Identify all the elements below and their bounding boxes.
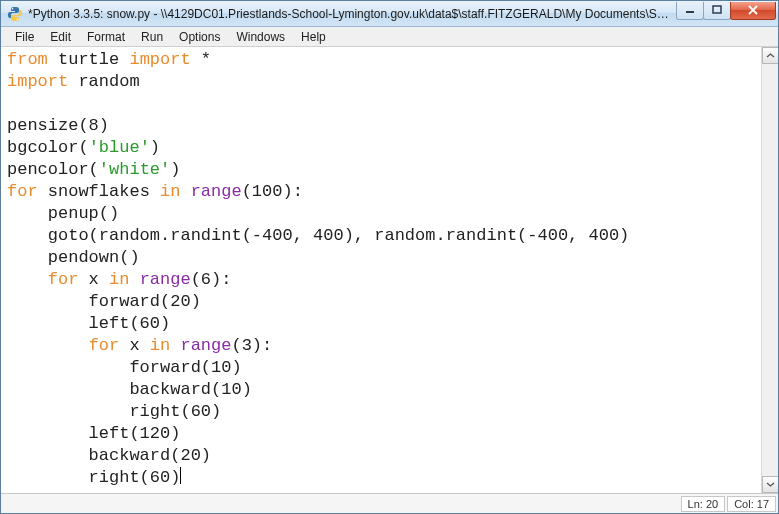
scroll-down-button[interactable] xyxy=(762,476,778,493)
window-controls xyxy=(677,2,776,22)
scroll-up-button[interactable] xyxy=(762,47,778,64)
python-icon xyxy=(7,6,23,22)
status-line: Ln: 20 xyxy=(681,496,726,512)
svg-rect-3 xyxy=(713,6,721,13)
maximize-button[interactable] xyxy=(703,2,731,20)
window-title: *Python 3.3.5: snow.py - \\4129DC01.Prie… xyxy=(28,7,677,21)
status-col: Col: 17 xyxy=(727,496,776,512)
minimize-icon xyxy=(685,5,695,15)
titlebar[interactable]: *Python 3.3.5: snow.py - \\4129DC01.Prie… xyxy=(1,1,778,27)
minimize-button[interactable] xyxy=(676,2,704,20)
svg-point-1 xyxy=(17,18,19,20)
idle-window: *Python 3.3.5: snow.py - \\4129DC01.Prie… xyxy=(0,0,779,514)
svg-point-0 xyxy=(12,8,14,10)
code-content[interactable]: from turtle import * import random pensi… xyxy=(1,47,778,491)
close-icon xyxy=(747,5,759,15)
menu-edit[interactable]: Edit xyxy=(42,28,79,46)
code-editor[interactable]: from turtle import * import random pensi… xyxy=(1,47,778,493)
vertical-scrollbar[interactable] xyxy=(761,47,778,493)
chevron-down-icon xyxy=(766,480,775,489)
menu-file[interactable]: File xyxy=(7,28,42,46)
chevron-up-icon xyxy=(766,51,775,60)
menu-windows[interactable]: Windows xyxy=(228,28,293,46)
menu-options[interactable]: Options xyxy=(171,28,228,46)
menubar: File Edit Format Run Options Windows Hel… xyxy=(1,27,778,47)
scrollbar-track[interactable] xyxy=(762,64,778,476)
menu-format[interactable]: Format xyxy=(79,28,133,46)
close-button[interactable] xyxy=(730,2,776,20)
maximize-icon xyxy=(712,5,722,15)
menu-help[interactable]: Help xyxy=(293,28,334,46)
statusbar: Ln: 20 Col: 17 xyxy=(1,493,778,513)
svg-rect-2 xyxy=(686,11,694,13)
menu-run[interactable]: Run xyxy=(133,28,171,46)
